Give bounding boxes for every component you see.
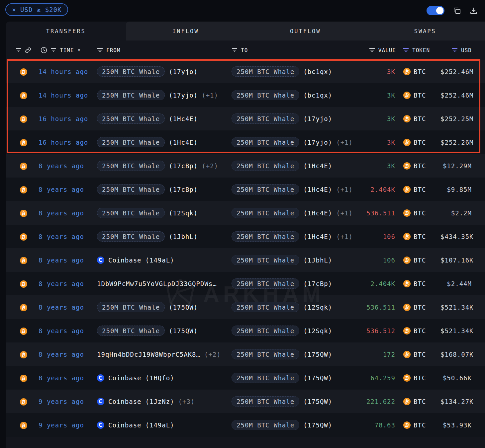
to-entity-badge[interactable]: 250M BTC Whale (232, 208, 299, 218)
column-header-value[interactable]: VALUE (378, 47, 396, 53)
to-address[interactable]: (175QW) (303, 398, 332, 405)
to-address[interactable]: (bc1qx) (303, 92, 332, 99)
column-header-from[interactable]: FROM (106, 47, 121, 53)
from-address[interactable]: (12Sqk) (169, 209, 198, 217)
transfer-time-link[interactable]: 16 hours ago (39, 139, 97, 146)
to-address[interactable]: (12Sqk) (303, 304, 332, 311)
column-header-to[interactable]: TO (241, 47, 248, 53)
table-row[interactable]: ₿8 years ago250M BTC Whale(175QW)250M BT… (6, 319, 485, 342)
chevron-down-icon[interactable]: ▼ (78, 48, 81, 52)
close-icon[interactable]: × (12, 6, 16, 14)
transfer-time-link[interactable]: 8 years ago (39, 162, 97, 170)
table-row[interactable]: ₿14 hours ago250M BTC Whale(17yjo)(+1)25… (6, 83, 485, 107)
usd-toggle[interactable] (427, 6, 444, 15)
filter-icon[interactable] (232, 48, 238, 52)
filter-icon[interactable] (97, 48, 103, 52)
to-address[interactable]: (1Hc4E) (303, 186, 332, 193)
from-entity-name[interactable]: Coinbase (108, 398, 142, 405)
table-row[interactable]: ₿8 years agoCCoinbase(1HQfo)250M BTC Wha… (6, 366, 485, 390)
to-address[interactable]: (175QW) (303, 421, 332, 429)
to-address[interactable]: (1Hc4E) (303, 233, 332, 240)
transfer-time-link[interactable]: 8 years ago (39, 186, 97, 193)
transfer-time-link[interactable]: 8 years ago (39, 351, 97, 358)
to-entity-badge[interactable]: 250M BTC Whale (232, 302, 299, 312)
filter-icon[interactable] (50, 48, 56, 52)
to-entity-badge[interactable]: 250M BTC Whale (232, 90, 299, 100)
transfer-time-link[interactable]: 8 years ago (39, 327, 97, 335)
to-entity-badge[interactable]: 250M BTC Whale (232, 278, 299, 289)
tab-transfers[interactable]: TRANSFERS (6, 22, 126, 40)
transfer-time-link[interactable]: 8 years ago (39, 233, 97, 240)
copy-icon[interactable] (453, 7, 461, 15)
table-row[interactable]: ₿16 hours ago250M BTC Whale(1Hc4E)250M B… (6, 130, 485, 154)
from-entity-badge[interactable]: 250M BTC Whale (97, 208, 165, 218)
from-entity-name[interactable]: Coinbase (108, 374, 142, 382)
to-address[interactable]: (17yjo) (303, 139, 332, 146)
table-row[interactable]: ₿8 years ago1DbW9PcMw7u5YoVGLpDJ33GQPDWs… (6, 272, 485, 295)
from-address[interactable]: (17cBp) (169, 162, 198, 170)
table-row[interactable]: ₿9 years agoCCoinbase(149aL)250M BTC Wha… (6, 413, 485, 437)
from-address[interactable]: (17yjo) (169, 92, 198, 99)
from-address[interactable]: (175QW) (169, 304, 198, 311)
table-row[interactable]: ₿14 hours ago250M BTC Whale(17yjo)250M B… (6, 60, 485, 83)
to-entity-badge[interactable]: 250M BTC Whale (232, 326, 299, 336)
to-entity-badge[interactable]: 250M BTC Whale (232, 396, 299, 407)
table-row[interactable]: ₿9 years agoCCoinbase(1JzNz)(+3)250M BTC… (6, 390, 485, 413)
table-row[interactable]: ₿8 years ago250M BTC Whale(175QW)250M BT… (6, 295, 485, 319)
from-entity-name[interactable]: Coinbase (108, 257, 142, 264)
to-address[interactable]: (17yjo) (303, 115, 332, 122)
from-address[interactable]: (17yjo) (169, 68, 198, 75)
table-row[interactable]: ₿8 years ago250M BTC Whale(17cBp)250M BT… (6, 178, 485, 201)
to-entity-badge[interactable]: 250M BTC Whale (232, 373, 299, 383)
transfer-time-link[interactable]: 8 years ago (39, 280, 97, 287)
transfer-time-link[interactable]: 8 years ago (39, 209, 97, 217)
to-entity-badge[interactable]: 250M BTC Whale (232, 420, 299, 430)
transfer-time-link[interactable]: 8 years ago (39, 304, 97, 311)
from-entity-badge[interactable]: 250M BTC Whale (97, 326, 165, 336)
link-icon[interactable] (25, 47, 31, 53)
from-entity-badge[interactable]: 250M BTC Whale (97, 66, 165, 77)
to-entity-badge[interactable]: 250M BTC Whale (232, 66, 299, 77)
from-entity-badge[interactable]: 250M BTC Whale (97, 231, 165, 242)
from-entity-badge[interactable]: 250M BTC Whale (97, 161, 165, 171)
from-address[interactable]: (1HQfo) (146, 374, 174, 382)
transfer-time-link[interactable]: 9 years ago (39, 398, 97, 405)
to-address[interactable]: (17cBp) (303, 280, 332, 287)
filter-icon-active[interactable] (403, 48, 409, 52)
to-address[interactable]: (bc1qx) (303, 68, 332, 75)
from-address[interactable]: 1DbW9PcMw7u5YoVGLpDJ33GQPDWs… (97, 280, 217, 287)
from-address[interactable]: (149aL) (146, 421, 174, 429)
from-entity-badge[interactable]: 250M BTC Whale (97, 184, 165, 194)
from-entity-badge[interactable]: 250M BTC Whale (97, 113, 165, 124)
from-entity-name[interactable]: Coinbase (108, 421, 142, 429)
filter-icon[interactable] (16, 48, 22, 52)
to-address[interactable]: (12Sqk) (303, 327, 332, 335)
transfer-time-link[interactable]: 8 years ago (39, 257, 97, 264)
to-entity-badge[interactable]: 250M BTC Whale (232, 184, 299, 194)
to-address[interactable]: (175QW) (303, 374, 332, 382)
transfer-time-link[interactable]: 14 hours ago (39, 92, 97, 99)
table-row[interactable]: ₿8 years ago250M BTC Whale(17cBp)(+2)250… (6, 154, 485, 178)
to-address[interactable]: (1Hc4E) (303, 162, 332, 170)
table-row[interactable]: ₿16 hours ago250M BTC Whale(1Hc4E)250M B… (6, 107, 485, 130)
tab-swaps[interactable]: SWAPS (365, 22, 485, 40)
transfer-time-link[interactable]: 8 years ago (39, 374, 97, 382)
to-address[interactable]: (1Hc4E) (303, 209, 332, 217)
from-entity-badge[interactable]: 250M BTC Whale (97, 302, 165, 312)
to-entity-badge[interactable]: 250M BTC Whale (232, 113, 299, 124)
filter-icon[interactable] (369, 48, 375, 52)
from-address[interactable]: (1JbhL) (169, 233, 198, 240)
from-address[interactable]: (1Hc4E) (169, 139, 198, 146)
column-header-time[interactable]: TIME (60, 47, 74, 53)
transfer-time-link[interactable]: 16 hours ago (39, 115, 97, 122)
to-entity-badge[interactable]: 250M BTC Whale (232, 161, 299, 171)
from-address[interactable]: (17cBp) (169, 186, 198, 193)
filter-icon-active[interactable] (452, 48, 458, 52)
from-address[interactable]: 19qHn4bDDcJ19W8WbprC5AK8… (97, 351, 200, 358)
table-row[interactable]: ₿8 years agoCCoinbase(149aL)250M BTC Wha… (6, 248, 485, 272)
column-header-token[interactable]: TOKEN (412, 47, 430, 53)
usd-filter-chip[interactable]: × USD ≥ $20K (5, 3, 68, 16)
from-address[interactable]: (1JzNz) (146, 398, 174, 405)
from-address[interactable]: (149aL) (146, 257, 174, 264)
from-address[interactable]: (1Hc4E) (169, 115, 198, 122)
